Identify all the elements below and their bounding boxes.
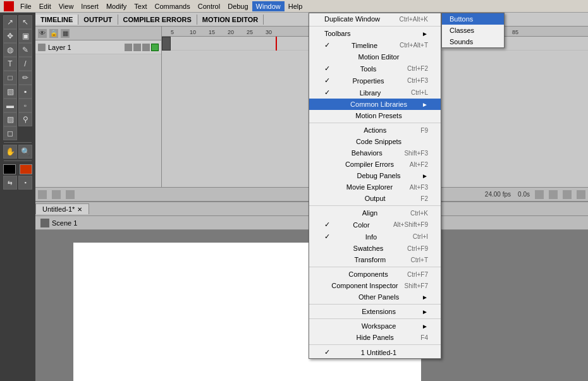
- menu-transform[interactable]: Transform Ctrl+T: [309, 254, 441, 265]
- swap-colors[interactable]: ⇆: [3, 176, 17, 190]
- menu-tools[interactable]: ✓ Tools Ctrl+F2: [309, 63, 441, 75]
- default-colors[interactable]: ▪: [18, 176, 32, 190]
- layer-outline[interactable]: [142, 44, 150, 51]
- menu-component-inspector[interactable]: Component Inspector Shift+F7: [309, 280, 441, 291]
- tab-timeline[interactable]: TIMELINE: [35, 15, 78, 25]
- onion-skin-outlines-icon[interactable]: [549, 190, 558, 199]
- menu-duplicate-window[interactable]: Duplicate Window Ctrl+Alt+K: [309, 13, 441, 25]
- menu-color[interactable]: ✓ Color Alt+Shift+F9: [309, 219, 441, 231]
- check-placeholder: [324, 138, 333, 145]
- hand-tool[interactable]: ✋: [3, 145, 17, 159]
- menu-control[interactable]: Control: [194, 1, 224, 11]
- menu-debug-panels[interactable]: Debug Panels ►: [309, 170, 441, 181]
- grid-icon[interactable]: ▦: [61, 29, 70, 38]
- rect-tool[interactable]: □: [3, 71, 17, 85]
- menu-help[interactable]: Help: [285, 1, 307, 11]
- tool-row-6: ▧ ▪: [3, 85, 32, 99]
- close-tab-icon[interactable]: ✕: [77, 206, 82, 213]
- menu-properties[interactable]: ✓ Properties Ctrl+F3: [309, 75, 441, 87]
- menu-edit[interactable]: Edit: [35, 1, 55, 11]
- add-folder-icon[interactable]: [52, 190, 61, 199]
- submenu-arrow: ►: [422, 101, 428, 108]
- menu-common-libraries[interactable]: Common Libraries ►: [309, 99, 441, 110]
- menu-hide-panels[interactable]: Hide Panels F4: [309, 332, 441, 343]
- check-placeholder: [324, 112, 333, 119]
- paint-bucket-tool[interactable]: ▨: [3, 112, 17, 126]
- menu-library[interactable]: ✓ Library Ctrl+L: [309, 87, 441, 99]
- brush-tool[interactable]: ▧: [3, 85, 17, 99]
- menu-output[interactable]: Output F2: [309, 193, 441, 204]
- toolbar-divider-2: [4, 160, 32, 161]
- menu-actions[interactable]: Actions F9: [309, 124, 441, 136]
- menu-debug[interactable]: Debug: [224, 1, 252, 11]
- menu-shortcut: Ctrl+T: [411, 257, 429, 263]
- check-placeholder: [324, 172, 333, 179]
- menu-toolbars[interactable]: Toolbars ►: [309, 28, 441, 39]
- menu-timeline[interactable]: ✓ Timeline Ctrl+Alt+T: [309, 39, 441, 51]
- menu-compiler-errors[interactable]: Compiler Errors Alt+F2: [309, 159, 441, 170]
- delete-layer-icon[interactable]: [66, 190, 75, 199]
- eye-icon[interactable]: 👁: [38, 29, 47, 38]
- menu-other-panels[interactable]: Other Panels ►: [309, 291, 441, 303]
- menu-insert[interactable]: Insert: [77, 1, 102, 11]
- layer-name[interactable]: Layer 1: [48, 44, 71, 51]
- menu-info[interactable]: ✓ Info Ctrl+I: [309, 231, 441, 243]
- submenu-sounds[interactable]: Sounds: [442, 36, 504, 47]
- menu-commands[interactable]: Commands: [150, 1, 193, 11]
- select-tool[interactable]: ↗: [3, 15, 17, 29]
- tab-compiler-errors[interactable]: COMPILER ERRORS: [118, 15, 197, 25]
- menu-untitled[interactable]: ✓ 1 Untitled-1: [309, 346, 441, 358]
- menu-movie-explorer[interactable]: Movie Explorer Alt+F3: [309, 181, 441, 193]
- modify-onion-icon[interactable]: [577, 190, 585, 199]
- onion-skin-icon[interactable]: [535, 190, 544, 199]
- pen-tool[interactable]: ✎: [18, 43, 32, 57]
- eyedropper-tool[interactable]: ⚲: [18, 112, 32, 126]
- stroke-color[interactable]: [3, 164, 16, 174]
- gradient-tool[interactable]: ▣: [18, 29, 32, 43]
- fill-color[interactable]: [20, 164, 32, 174]
- menu-window[interactable]: Window: [252, 1, 285, 11]
- text-tool[interactable]: T: [3, 57, 17, 71]
- menu-modify[interactable]: Modify: [102, 1, 130, 11]
- menu-extensions[interactable]: Extensions ►: [309, 306, 441, 317]
- submenu-classes[interactable]: Classes: [442, 25, 504, 36]
- edit-multiple-frames-icon[interactable]: [563, 190, 572, 199]
- spray-tool[interactable]: ▪: [18, 85, 32, 99]
- menu-motion-editor[interactable]: Motion Editor: [309, 51, 441, 63]
- menu-swatches[interactable]: Swatches Ctrl+F9: [309, 243, 441, 254]
- tool-row-8: ▨ ⚲: [3, 112, 32, 126]
- menu-motion-presets[interactable]: Motion Presets: [309, 110, 441, 121]
- menu-components[interactable]: Components Ctrl+F7: [309, 269, 441, 280]
- menu-label: Behaviors: [352, 149, 383, 157]
- menu-align[interactable]: Align Ctrl+K: [309, 207, 441, 219]
- bone-tool[interactable]: ▫: [18, 99, 32, 112]
- submenu-arrow: ►: [422, 323, 428, 330]
- layer-eye[interactable]: [125, 44, 132, 51]
- lock-icon[interactable]: 🔒: [49, 29, 58, 38]
- pencil-tool[interactable]: ✏: [18, 71, 32, 85]
- tab-output[interactable]: OUTPUT: [78, 15, 118, 25]
- layer-lock[interactable]: [133, 44, 141, 51]
- lasso-tool[interactable]: ◍: [3, 43, 17, 57]
- stage-tab[interactable]: Untitled-1* ✕: [35, 203, 89, 214]
- menu-text[interactable]: Text: [130, 1, 150, 11]
- deco-tool[interactable]: ▬: [3, 99, 17, 112]
- menu-behaviors[interactable]: Behaviors Shift+F3: [309, 147, 441, 159]
- menu-label: Align: [362, 209, 377, 217]
- menu-view[interactable]: View: [55, 1, 78, 11]
- tab-motion-editor[interactable]: MOTION EDITOR: [197, 15, 264, 25]
- submenu-buttons[interactable]: Buttons: [442, 13, 504, 25]
- add-layer-icon[interactable]: [38, 190, 47, 199]
- menu-shortcut: Ctrl+I: [413, 233, 428, 240]
- menu-file[interactable]: File: [16, 1, 35, 11]
- menu-bar: File Edit View Insert Modify Text Comman…: [0, 0, 588, 13]
- menu-code-snippets[interactable]: Code Snippets: [309, 136, 441, 147]
- menu-workspace[interactable]: Workspace ►: [309, 320, 441, 332]
- zoom-tool[interactable]: 🔍: [18, 145, 32, 159]
- eraser-tool[interactable]: ◻: [3, 126, 17, 140]
- subselect-tool[interactable]: ↖: [18, 15, 32, 29]
- line-tool[interactable]: /: [18, 57, 32, 71]
- free-transform-tool[interactable]: ✥: [3, 29, 17, 43]
- playhead[interactable]: [276, 37, 277, 51]
- menu-label: Output: [365, 195, 386, 202]
